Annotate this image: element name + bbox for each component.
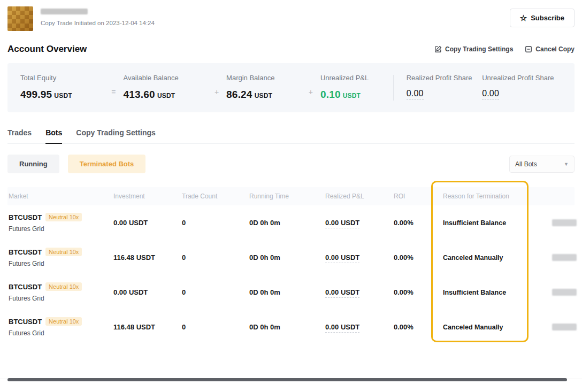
strategy-badge: Neutral 10x bbox=[45, 317, 82, 326]
col-header-trade-count: Trade Count bbox=[182, 193, 249, 200]
stat-realized-profit-share: Realized Profit Share 0.00 bbox=[407, 74, 482, 100]
tab-trades[interactable]: Trades bbox=[7, 128, 32, 144]
termination-reason-cell: Canceled Manually bbox=[443, 324, 548, 331]
stat-value: 86.24 bbox=[226, 89, 252, 100]
stat-margin-balance: Margin Balance 86.24USDT bbox=[226, 74, 301, 101]
market-cell: BTCUSDT Neutral 10x Futures Grid bbox=[7, 213, 113, 233]
copy-trade-initiated-text: Copy Trade Initiated on 2023-12-04 14:24 bbox=[41, 20, 155, 26]
investment-cell: 0.00 USDT bbox=[113, 288, 182, 296]
equals-operator: = bbox=[111, 88, 116, 96]
stat-label: Unrealized P&L bbox=[320, 74, 379, 82]
row-action-redacted[interactable] bbox=[552, 289, 577, 296]
stat-label: Total Equity bbox=[20, 74, 104, 82]
tab-copy-trading-settings[interactable]: Copy Trading Settings bbox=[76, 128, 156, 144]
cancel-copy-button[interactable]: Cancel Copy bbox=[525, 45, 575, 53]
market-cell: BTCUSDT Neutral 10x Futures Grid bbox=[7, 317, 113, 337]
stat-value: 499.95 bbox=[20, 89, 52, 100]
running-time-cell: 0D 0h 0m bbox=[249, 288, 325, 296]
stat-value: 0.10 bbox=[320, 89, 341, 100]
star-icon: ☆ bbox=[520, 14, 527, 22]
plus-operator: + bbox=[215, 88, 219, 96]
termination-reason-cell: Insufficient Balance bbox=[443, 289, 548, 296]
stat-unrealized-pnl: Unrealized P&L 0.10USDT bbox=[320, 74, 379, 101]
realized-pnl-cell[interactable]: 0.00 USDT bbox=[325, 253, 359, 263]
all-bots-dropdown[interactable]: All Bots ▼ bbox=[509, 156, 575, 173]
realized-pnl-cell[interactable]: 0.00 USDT bbox=[325, 323, 359, 333]
row-action-redacted[interactable] bbox=[552, 254, 577, 261]
chevron-down-icon: ▼ bbox=[564, 162, 569, 167]
bots-filter-row: Running Terminated Bots All Bots ▼ bbox=[7, 155, 575, 173]
bot-type: Futures Grid bbox=[9, 329, 113, 337]
table-row: BTCUSDT Neutral 10x Futures Grid 116.48 … bbox=[7, 310, 575, 344]
table-row: BTCUSDT Neutral 10x Futures Grid 116.48 … bbox=[7, 240, 575, 275]
table-header-row: Market Investment Trade Count Running Ti… bbox=[7, 187, 575, 205]
stat-unrealized-profit-share: Unrealized Profit Share 0.00 bbox=[482, 74, 562, 100]
roi-cell: 0.00% bbox=[394, 288, 443, 296]
stat-label: Unrealized Profit Share bbox=[482, 74, 562, 82]
strategy-badge: Neutral 10x bbox=[45, 248, 82, 256]
page-title: Account Overview bbox=[7, 44, 87, 55]
trader-avatar[interactable] bbox=[7, 6, 33, 31]
stat-value: 0.00 bbox=[482, 89, 499, 100]
tab-bots[interactable]: Bots bbox=[45, 128, 62, 144]
col-header-investment: Investment bbox=[113, 193, 182, 200]
stat-label: Margin Balance bbox=[226, 74, 301, 82]
col-header-reason: Reason for Termination bbox=[443, 193, 548, 200]
col-header-running-time: Running Time bbox=[249, 193, 325, 200]
terminated-bots-filter-button[interactable]: Terminated Bots bbox=[68, 155, 146, 173]
trade-count-cell: 0 bbox=[182, 253, 249, 262]
row-action-redacted[interactable] bbox=[552, 324, 577, 330]
table-row: BTCUSDT Neutral 10x Futures Grid 0.00 US… bbox=[7, 275, 575, 310]
termination-reason-cell: Insufficient Balance bbox=[443, 219, 548, 227]
horizontal-scrollbar-thumb[interactable] bbox=[7, 378, 567, 381]
terminated-bots-table: Market Investment Trade Count Running Ti… bbox=[7, 187, 575, 344]
running-time-cell: 0D 0h 0m bbox=[249, 253, 325, 262]
bot-state-filters: Running Terminated Bots bbox=[7, 155, 146, 173]
market-cell: BTCUSDT Neutral 10x Futures Grid bbox=[7, 282, 113, 302]
market-pair: BTCUSDT bbox=[9, 318, 42, 326]
subscribe-button[interactable]: ☆ Subscribe bbox=[510, 9, 575, 27]
main-tabs: Trades Bots Copy Trading Settings bbox=[7, 128, 575, 144]
stat-available-balance: Available Balance 413.60USDT bbox=[124, 74, 207, 101]
running-filter-button[interactable]: Running bbox=[7, 155, 59, 173]
stat-unit: USDT bbox=[255, 92, 272, 99]
trader-name-redacted bbox=[41, 9, 88, 14]
roi-cell: 0.00% bbox=[394, 219, 443, 227]
investment-cell: 116.48 USDT bbox=[113, 253, 182, 262]
bot-type: Futures Grid bbox=[9, 295, 113, 302]
plus-operator: + bbox=[309, 88, 313, 96]
realized-pnl-cell[interactable]: 0.00 USDT bbox=[325, 288, 359, 298]
roi-cell: 0.00% bbox=[394, 323, 443, 331]
stats-divider bbox=[393, 75, 394, 101]
col-header-roi: ROI bbox=[394, 193, 443, 200]
stat-unit: USDT bbox=[343, 92, 361, 99]
roi-cell: 0.00% bbox=[394, 253, 443, 262]
bot-type: Futures Grid bbox=[9, 260, 113, 267]
account-stats-bar: Total Equity 499.95USDT = Available Bala… bbox=[7, 63, 575, 112]
trade-count-cell: 0 bbox=[182, 288, 249, 296]
stat-label: Available Balance bbox=[124, 74, 207, 82]
investment-cell: 116.48 USDT bbox=[113, 323, 182, 331]
termination-reason-cell: Canceled Manually bbox=[443, 254, 548, 262]
copy-trading-settings-button[interactable]: Copy Trading Settings bbox=[434, 45, 513, 53]
strategy-badge: Neutral 10x bbox=[45, 213, 82, 221]
stat-label: Realized Profit Share bbox=[407, 74, 482, 82]
subscribe-label: Subscribe bbox=[531, 14, 564, 22]
table-row: BTCUSDT Neutral 10x Futures Grid 0.00 US… bbox=[7, 205, 575, 240]
trader-identity: Copy Trade Initiated on 2023-12-04 14:24 bbox=[7, 6, 155, 31]
stat-unit: USDT bbox=[157, 92, 175, 99]
trade-count-cell: 0 bbox=[182, 219, 249, 227]
all-bots-dropdown-value: All Bots bbox=[515, 160, 537, 168]
running-time-cell: 0D 0h 0m bbox=[249, 219, 325, 227]
running-time-cell: 0D 0h 0m bbox=[249, 323, 325, 331]
strategy-badge: Neutral 10x bbox=[45, 282, 82, 291]
minus-square-icon bbox=[525, 45, 532, 53]
trade-count-cell: 0 bbox=[182, 323, 249, 331]
stat-value: 413.60 bbox=[124, 89, 155, 100]
stat-unit: USDT bbox=[54, 92, 72, 99]
realized-pnl-cell[interactable]: 0.00 USDT bbox=[325, 219, 359, 228]
market-pair: BTCUSDT bbox=[9, 213, 42, 221]
market-pair: BTCUSDT bbox=[9, 283, 42, 291]
row-action-redacted[interactable] bbox=[552, 219, 577, 226]
col-header-market: Market bbox=[7, 193, 113, 200]
